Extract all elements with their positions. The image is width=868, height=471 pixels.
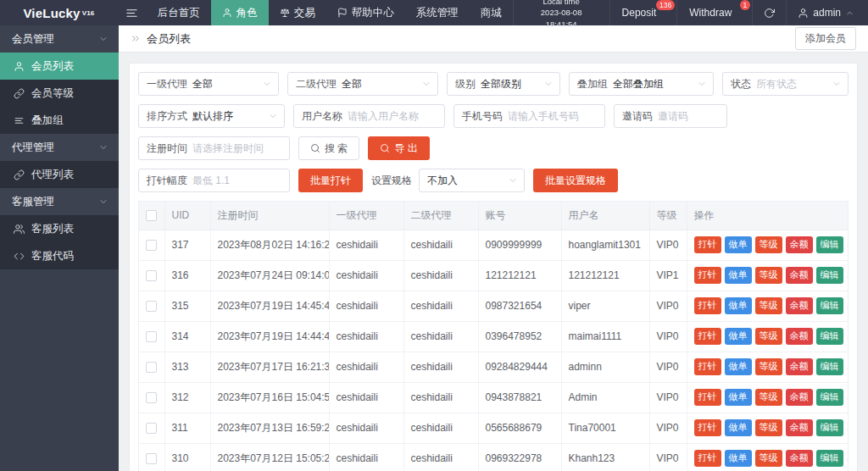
row-action-balance-button[interactable]: 余额 (786, 297, 813, 313)
row-action-level-button[interactable]: 等级 (755, 297, 782, 313)
sidebar-item-member-list[interactable]: 会员列表 (0, 53, 119, 80)
row-action-needle-button[interactable]: 打针 (694, 450, 721, 466)
user-menu-button[interactable]: admin (786, 0, 868, 25)
sidebar-section-0[interactable]: 会员管理 (0, 25, 119, 53)
row-checkbox[interactable] (146, 423, 157, 434)
row-action-needle-button[interactable]: 打针 (694, 389, 721, 405)
sidebar-item-service-code[interactable]: 客服代码 (0, 242, 119, 269)
spec-select[interactable]: 不加入 (419, 169, 525, 192)
row-checkbox[interactable] (146, 331, 157, 342)
row-checkbox[interactable] (146, 362, 157, 373)
row-action-balance-button[interactable]: 余额 (786, 419, 813, 435)
nav-item-system[interactable]: 系统管理 (405, 0, 470, 25)
register-time-input[interactable]: 注册时间请选择注册时间 (138, 136, 290, 160)
first-agent-select[interactable]: 一级代理全部 (138, 72, 279, 96)
row-action-level-button[interactable]: 等级 (755, 450, 782, 466)
invite-code-input[interactable]: 邀请码邀请码 (614, 104, 727, 128)
phone-input[interactable]: 手机号码请输入手机号码 (453, 104, 605, 128)
row-action-level-button[interactable]: 等级 (755, 267, 782, 283)
chevron-down-icon (262, 79, 272, 89)
row-action-needle-button[interactable]: 打针 (694, 419, 721, 435)
level-select[interactable]: 级别全部级别 (447, 72, 560, 96)
row-action-level-button[interactable]: 等级 (755, 419, 782, 435)
row-action-edit-button[interactable]: 编辑 (816, 297, 843, 313)
row-action-level-button[interactable]: 等级 (755, 358, 782, 374)
row-more-button[interactable]: … (847, 299, 849, 311)
row-action-edit-button[interactable]: 编辑 (816, 389, 843, 405)
row-more-button[interactable]: … (847, 421, 849, 433)
row-action-make-order-button[interactable]: 做单 (725, 267, 752, 283)
row-action-needle-button[interactable]: 打针 (694, 358, 721, 374)
batch-spec-button[interactable]: 批量设置规格 (533, 169, 618, 192)
nav-item-trade[interactable]: 交易 (269, 0, 326, 25)
row-more-button[interactable]: … (847, 360, 849, 372)
row-checkbox[interactable] (146, 453, 157, 464)
row-action-needle-button[interactable]: 打针 (694, 328, 721, 344)
row-more-button[interactable]: … (847, 238, 849, 250)
row-action-balance-button[interactable]: 余额 (786, 236, 813, 252)
row-action-edit-button[interactable]: 编辑 (816, 358, 843, 374)
stack-group-select[interactable]: 叠加组全部叠加组 (569, 72, 714, 96)
row-action-make-order-button[interactable]: 做单 (725, 297, 752, 313)
second-agent-select[interactable]: 二级代理全部 (287, 72, 438, 96)
refresh-button[interactable] (752, 0, 786, 25)
row-action-edit-button[interactable]: 编辑 (816, 419, 843, 435)
search-button[interactable]: 搜 索 (298, 136, 359, 160)
row-action-balance-button[interactable]: 余额 (786, 389, 813, 405)
export-button[interactable]: 导 出 (368, 136, 429, 160)
row-checkbox[interactable] (146, 392, 157, 403)
user-icon (798, 8, 809, 19)
nav-item-roles[interactable]: 角色 (211, 0, 269, 25)
add-member-button[interactable]: 添加会员 (795, 27, 856, 50)
row-action-edit-button[interactable]: 编辑 (816, 267, 843, 283)
row-checkbox[interactable] (146, 240, 157, 251)
row-action-level-button[interactable]: 等级 (755, 236, 782, 252)
row-action-needle-button[interactable]: 打针 (694, 297, 721, 313)
row-action-needle-button[interactable]: 打针 (694, 267, 721, 283)
row-action-balance-button[interactable]: 余额 (786, 267, 813, 283)
row-action-make-order-button[interactable]: 做单 (725, 389, 752, 405)
row-checkbox[interactable] (146, 270, 157, 281)
row-more-button[interactable]: … (847, 391, 849, 402)
row-action-edit-button[interactable]: 编辑 (816, 236, 843, 252)
batch-needle-button[interactable]: 批量打针 (298, 169, 363, 192)
cell-level: VIP0 (649, 413, 687, 443)
nav-item-mall[interactable]: 商城 (470, 0, 513, 25)
nav-item-dashboard[interactable]: 后台首页 (147, 0, 211, 25)
row-action-make-order-button[interactable]: 做单 (725, 450, 752, 466)
row-action-level-button[interactable]: 等级 (755, 328, 782, 344)
nav-item-help-center[interactable]: 帮助中心 (326, 0, 405, 25)
row-action-make-order-button[interactable]: 做单 (725, 358, 752, 374)
row-checkbox[interactable] (146, 301, 157, 312)
row-more-button[interactable]: … (847, 452, 849, 463)
username-input[interactable]: 用户名称请输入用户名称 (293, 104, 445, 128)
row-action-balance-button[interactable]: 余额 (786, 328, 813, 344)
row-action-make-order-button[interactable]: 做单 (725, 236, 752, 252)
row-action-balance-button[interactable]: 余额 (786, 450, 813, 466)
needle-range-input[interactable]: 打针幅度最低 1.1 (138, 169, 290, 192)
row-more-button[interactable]: … (847, 330, 849, 341)
deposit-button[interactable]: Deposit 136 (609, 0, 677, 25)
status-select[interactable]: 状态所有状态 (722, 72, 849, 96)
table-row-uid-310: 3102023年07月12日 15:05:21ceshidailiceshida… (139, 443, 848, 471)
sidebar-item-service-list[interactable]: 客服列表 (0, 215, 119, 242)
row-action-edit-button[interactable]: 编辑 (816, 450, 843, 466)
filter-row-3: 注册时间请选择注册时间搜 索导 出 (138, 136, 849, 160)
sidebar-item-member-level[interactable]: 会员等级 (0, 80, 119, 107)
row-action-level-button[interactable]: 等级 (755, 389, 782, 405)
sidebar-item-agent-list[interactable]: 代理列表 (0, 161, 119, 188)
sidebar-section-2[interactable]: 客服管理 (0, 188, 119, 215)
row-more-button[interactable]: … (847, 269, 849, 280)
cell-level: VIP0 (649, 443, 687, 471)
row-action-make-order-button[interactable]: 做单 (725, 328, 752, 344)
row-action-make-order-button[interactable]: 做单 (725, 419, 752, 435)
select-all-checkbox[interactable] (146, 210, 157, 221)
sidebar-section-1[interactable]: 代理管理 (0, 134, 119, 161)
row-action-edit-button[interactable]: 编辑 (816, 328, 843, 344)
sidebar-item-stack-group[interactable]: 叠加组 (0, 107, 119, 134)
row-action-balance-button[interactable]: 余额 (786, 358, 813, 374)
sort-order-select[interactable]: 排序方式默认排序 (138, 104, 285, 128)
withdraw-button[interactable]: Withdraw 1 (676, 0, 752, 25)
sidebar-toggle-button[interactable] (118, 0, 147, 25)
row-action-needle-button[interactable]: 打针 (694, 236, 721, 252)
